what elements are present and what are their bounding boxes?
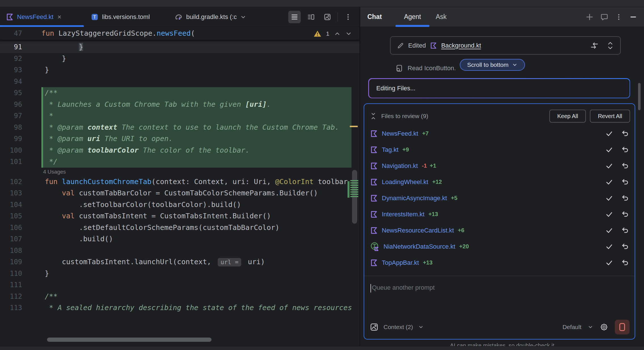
code-line[interactable]: 92 } bbox=[0, 53, 359, 65]
context-selector-label[interactable]: Context (2) bbox=[384, 324, 413, 330]
toolbar-separator bbox=[338, 12, 338, 22]
editor-split-preview-button[interactable] bbox=[305, 11, 317, 23]
code-line-text bbox=[41, 279, 359, 291]
revert-file-undo-icon[interactable] bbox=[621, 194, 629, 202]
code-line[interactable]: 95/** bbox=[0, 87, 359, 99]
code-line[interactable]: 102fun launchCustomChromeTab(context: Co… bbox=[0, 176, 359, 188]
keep-file-check-icon[interactable] bbox=[605, 130, 613, 138]
keep-all-button[interactable]: Keep All bbox=[549, 110, 586, 123]
stop-generation-button[interactable] bbox=[615, 320, 630, 334]
collapse-icon[interactable] bbox=[370, 112, 377, 120]
editor-horizontal-scrollbar[interactable] bbox=[47, 338, 211, 342]
line-number: 109 bbox=[0, 258, 41, 266]
file-review-row[interactable]: NiaNetworkDataSource.kt+20 bbox=[364, 238, 635, 255]
code-line[interactable]: 104 .setToolbarColor(toolbarColor).build… bbox=[0, 199, 359, 211]
tab-build-gradle-kts[interactable]: build.gradle.kts (:c bbox=[169, 7, 252, 27]
file-name-link[interactable]: TopAppBar.kt bbox=[382, 259, 419, 266]
hide-panel-icon[interactable] bbox=[629, 13, 637, 21]
code-line[interactable]: 98 * @param context The context to use t… bbox=[0, 122, 359, 133]
code-line[interactable]: 113 * A sealed hierarchy describing the … bbox=[0, 302, 359, 314]
usages-inlay-hint[interactable]: 4 Usages bbox=[43, 168, 359, 176]
code-line[interactable]: 106 .setDefaultColorSchemeParams(customT… bbox=[0, 222, 359, 234]
file-name-link[interactable]: NewsResourceCardList.kt bbox=[382, 227, 454, 234]
code-editor-content[interactable]: 91 }92 }93}9495/**96 * Launches a Custom… bbox=[0, 40, 359, 350]
revert-file-undo-icon[interactable] bbox=[621, 178, 629, 186]
file-name-link[interactable]: LoadingWheel.kt bbox=[382, 178, 428, 186]
editor-view-list-button[interactable] bbox=[288, 11, 301, 23]
sticky-code-header[interactable]: 47 fun LazyStaggeredGridScope.newsFeed( … bbox=[0, 27, 359, 40]
file-review-row[interactable]: Tag.kt+9 bbox=[364, 142, 635, 158]
revert-file-undo-icon[interactable] bbox=[621, 162, 629, 170]
expand-collapse-icon[interactable] bbox=[607, 41, 614, 50]
file-review-row[interactable]: TopAppBar.kt+13 bbox=[364, 255, 635, 271]
keep-file-check-icon[interactable] bbox=[605, 259, 613, 267]
code-line[interactable]: 91 } bbox=[0, 41, 359, 53]
next-problem-icon[interactable] bbox=[345, 30, 352, 37]
file-review-row[interactable]: NewsResourceCardList.kt+6 bbox=[364, 222, 635, 238]
scroll-to-bottom-button[interactable]: Scroll to bottom bbox=[460, 59, 525, 71]
model-selector-label[interactable]: Default bbox=[562, 324, 581, 330]
close-icon[interactable]: × bbox=[57, 14, 62, 20]
code-line[interactable]: 93} bbox=[0, 64, 359, 76]
chat-more-options-icon[interactable] bbox=[615, 13, 622, 21]
keep-file-check-icon[interactable] bbox=[605, 227, 613, 234]
code-line[interactable]: 112/** bbox=[0, 291, 359, 302]
diff-swap-icon[interactable] bbox=[590, 42, 599, 50]
tab-agent[interactable]: Agent bbox=[400, 7, 425, 27]
editor-preview-image-button[interactable] bbox=[321, 11, 334, 23]
file-review-row[interactable]: DynamicAsyncImage.kt+5 bbox=[364, 190, 635, 206]
code-line[interactable]: 94 bbox=[0, 76, 359, 88]
prev-problem-icon[interactable] bbox=[334, 30, 341, 37]
tab-libs-versions-toml[interactable]: T libs.versions.toml bbox=[85, 7, 156, 27]
revert-file-undo-icon[interactable] bbox=[621, 243, 629, 251]
code-line[interactable]: 111 bbox=[0, 279, 359, 291]
code-line[interactable]: 100 * @param toolbarColor The color of t… bbox=[0, 145, 359, 156]
code-line[interactable]: 97 * bbox=[0, 110, 359, 122]
editor-more-options-button[interactable] bbox=[342, 11, 354, 23]
keep-file-check-icon[interactable] bbox=[605, 243, 613, 251]
chevron-down-icon[interactable] bbox=[240, 14, 246, 20]
revert-file-undo-icon[interactable] bbox=[621, 210, 629, 218]
attach-image-icon[interactable] bbox=[370, 323, 378, 331]
chevron-down-icon[interactable] bbox=[418, 324, 424, 330]
code-line[interactable]: 96 * Launches a Custom Chrome Tab with t… bbox=[0, 99, 359, 110]
file-name-link[interactable]: NiaNetworkDataSource.kt bbox=[384, 243, 455, 250]
chevron-down-icon[interactable] bbox=[588, 324, 593, 330]
file-review-row[interactable]: NewsFeed.kt+7 bbox=[364, 125, 635, 142]
file-name-link[interactable]: Tag.kt bbox=[382, 146, 399, 153]
chat-scrollbar[interactable] bbox=[638, 83, 641, 110]
revert-file-undo-icon[interactable] bbox=[621, 130, 629, 138]
tab-ask[interactable]: Ask bbox=[432, 7, 450, 27]
keep-file-check-icon[interactable] bbox=[605, 194, 613, 202]
code-line[interactable]: 105 val customTabsIntent = CustomTabsInt… bbox=[0, 210, 359, 222]
new-chat-icon[interactable] bbox=[586, 13, 594, 21]
edited-file-link[interactable]: Background.kt bbox=[441, 42, 481, 49]
file-name-link[interactable]: InterestsItem.kt bbox=[382, 211, 424, 218]
keep-file-check-icon[interactable] bbox=[605, 146, 613, 154]
file-name-link[interactable]: Navigation.kt bbox=[382, 162, 418, 170]
revert-file-undo-icon[interactable] bbox=[621, 227, 629, 234]
chat-history-icon[interactable] bbox=[600, 13, 608, 21]
tab-newsfeed-kt[interactable]: NewsFeed.kt × bbox=[0, 7, 85, 27]
code-line[interactable]: 99 * @param uri The URI to open. bbox=[0, 133, 359, 145]
code-line[interactable]: 108 bbox=[0, 245, 359, 257]
keep-file-check-icon[interactable] bbox=[605, 162, 613, 170]
keep-file-check-icon[interactable] bbox=[605, 210, 613, 218]
revert-all-button[interactable]: Revert All bbox=[590, 110, 630, 123]
warning-icon[interactable] bbox=[313, 30, 321, 37]
code-line[interactable]: 109 customTabsIntent.launchUrl(context, … bbox=[0, 256, 359, 268]
revert-file-undo-icon[interactable] bbox=[621, 146, 629, 154]
revert-file-undo-icon[interactable] bbox=[621, 259, 629, 267]
file-review-row[interactable]: LoadingWheel.kt+12 bbox=[364, 174, 635, 190]
settings-gear-icon[interactable] bbox=[599, 323, 609, 332]
code-line[interactable]: 107 .build() bbox=[0, 233, 359, 245]
code-line[interactable]: 110} bbox=[0, 268, 359, 279]
file-name-link[interactable]: DynamicAsyncImage.kt bbox=[382, 195, 447, 202]
prompt-input[interactable]: Queue another prompt bbox=[364, 276, 635, 317]
keep-file-check-icon[interactable] bbox=[605, 178, 613, 186]
file-name-link[interactable]: NewsFeed.kt bbox=[382, 130, 418, 137]
code-line[interactable]: 101 */ bbox=[0, 156, 359, 168]
code-line[interactable]: 103 val customTabBarColor = CustomTabCol… bbox=[0, 187, 359, 199]
file-review-row[interactable]: InterestsItem.kt+13 bbox=[364, 206, 635, 222]
file-review-row[interactable]: Navigation.kt-1+1 bbox=[364, 158, 635, 174]
